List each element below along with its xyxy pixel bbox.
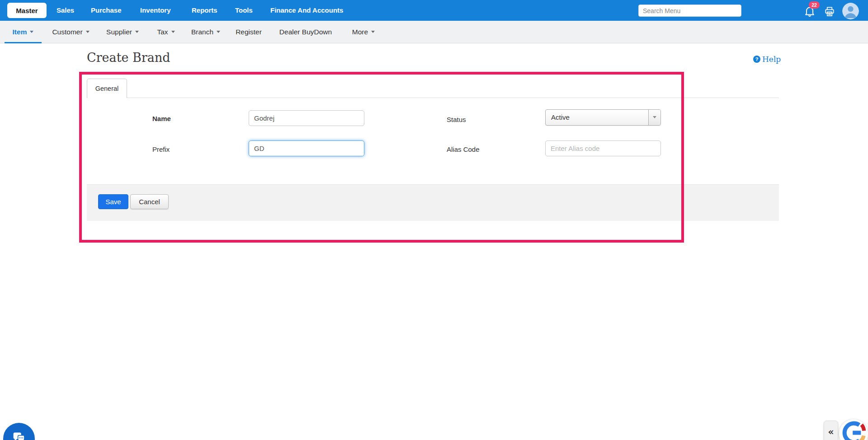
tab-strip-divider — [87, 98, 779, 98]
save-button[interactable]: Save — [98, 194, 128, 209]
topnav-item-purchase[interactable]: Purchase — [91, 0, 122, 21]
topnav-item-finance-and-accounts[interactable]: Finance And Accounts — [270, 0, 343, 21]
question-circle-icon: ? — [753, 56, 760, 63]
status-select[interactable]: Active — [545, 109, 661, 126]
printer-icon — [823, 13, 836, 19]
subnav-item-label: Item — [13, 28, 27, 36]
notification-count-badge: 22 — [809, 1, 820, 9]
name-field[interactable] — [249, 110, 364, 126]
topnav-item-reports[interactable]: Reports — [192, 0, 217, 21]
prefix-label: Prefix — [152, 145, 170, 153]
help-label: Help — [762, 55, 781, 64]
subnav-item-label: Supplier — [106, 28, 132, 36]
chevron-down-icon — [30, 31, 33, 33]
alias-code-field[interactable] — [545, 140, 661, 156]
chevron-down-icon — [653, 116, 656, 118]
chevron-down-icon — [171, 31, 175, 33]
status-label: Status — [447, 116, 466, 123]
search-input[interactable] — [638, 5, 741, 17]
chat-widget-button[interactable] — [3, 423, 35, 440]
subnav-item-dealer-buydown[interactable]: Dealer BuyDown — [275, 21, 336, 43]
topnav-item-inventory[interactable]: Inventory — [140, 0, 171, 21]
brand-logo-icon — [840, 420, 867, 440]
page-title: Create Brand — [87, 51, 170, 65]
subnav-item-item[interactable]: Item — [5, 21, 42, 43]
chat-bubbles-icon — [10, 429, 28, 440]
chevron-down-icon — [86, 31, 90, 33]
topnav-item-master[interactable]: Master — [7, 3, 47, 18]
subnav-item-label: More — [352, 28, 368, 36]
topnav-item-sales[interactable]: Sales — [57, 0, 74, 21]
subnav-item-supplier[interactable]: Supplier — [100, 21, 145, 43]
chevron-down-icon — [135, 31, 139, 33]
collapse-widget-button[interactable]: « — [824, 421, 838, 440]
cancel-button[interactable]: Cancel — [130, 194, 169, 209]
subnav-item-tax[interactable]: Tax — [152, 21, 180, 43]
subnav-item-label: Dealer BuyDown — [279, 28, 332, 36]
tab-general[interactable]: General — [87, 79, 127, 98]
module-navigation-bar: Item Customer Supplier Tax Branch Regist… — [0, 21, 868, 43]
chevron-down-icon — [217, 31, 220, 33]
print-button[interactable] — [823, 5, 836, 19]
top-navigation-bar: Master Sales Purchase Inventory Reports … — [0, 0, 868, 21]
subnav-item-label: Customer — [52, 28, 82, 36]
prefix-field[interactable] — [249, 140, 364, 156]
subnav-item-branch[interactable]: Branch — [185, 21, 226, 43]
select-dropdown-button[interactable] — [648, 110, 660, 125]
name-label: Name — [152, 115, 171, 122]
topnav-item-tools[interactable]: Tools — [235, 0, 253, 21]
subnav-item-register[interactable]: Register — [232, 21, 265, 43]
subnav-item-more[interactable]: More — [347, 21, 380, 43]
app-screen: Master Sales Purchase Inventory Reports … — [0, 0, 868, 440]
brand-logo-button[interactable] — [839, 419, 868, 440]
status-selected-value: Active — [551, 110, 570, 125]
help-link[interactable]: ? Help — [753, 55, 781, 64]
bell-icon — [803, 12, 816, 19]
subnav-item-customer[interactable]: Customer — [47, 21, 94, 43]
chevron-down-icon — [371, 31, 375, 33]
user-avatar[interactable] — [842, 3, 859, 19]
subnav-item-label: Tax — [157, 28, 168, 36]
alias-code-label: Alias Code — [447, 145, 480, 153]
form-footer — [87, 184, 779, 221]
subnav-item-label: Register — [236, 28, 262, 36]
subnav-item-label: Branch — [191, 28, 213, 36]
